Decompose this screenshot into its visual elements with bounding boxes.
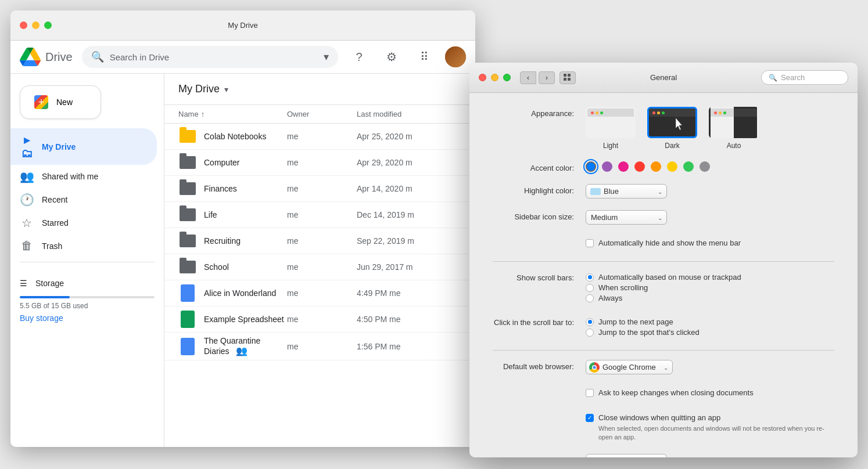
click-next-page-radio[interactable] [586, 318, 594, 326]
grid-view-button[interactable] [559, 71, 576, 84]
file-name: Recruiting [204, 236, 287, 246]
accent-blue[interactable] [586, 161, 596, 172]
sysprefs-titlebar: ‹ › General 🔍 Search [469, 63, 858, 93]
accent-color-row: Accent color: [493, 161, 834, 172]
recent-items-controls: 10 ⌄ Documents, Apps, and Servers [586, 454, 834, 457]
col-name-header[interactable]: Name ↑ [178, 110, 287, 118]
recent-items-select[interactable]: 10 [586, 454, 667, 457]
sidebar-item-starred[interactable]: ☆ Starred [10, 211, 157, 234]
ask-changes-controls: Ask to keep changes when closing documen… [586, 386, 834, 399]
highlight-color-select[interactable]: Blue [586, 184, 667, 199]
accent-orange[interactable] [651, 161, 661, 172]
table-row[interactable]: Finances me Apr 14, 2020 m [164, 176, 475, 202]
close-windows-controls: ✓ Close windows when quitting an app Whe… [586, 411, 834, 442]
table-row[interactable]: Recruiting me Sep 22, 2019 m [164, 228, 475, 254]
recent-items-suffix: Documents, Apps, and Servers [672, 457, 776, 457]
auto-hide-label: Automatically hide and show the menu bar [598, 239, 741, 247]
avatar-button[interactable] [445, 46, 466, 67]
file-name: Life [204, 210, 287, 219]
search-icon: 🔍 [91, 50, 104, 63]
appearance-label: Appearance: [493, 107, 586, 118]
scroll-scrolling-radio[interactable] [586, 284, 594, 292]
file-modified: Dec 14, 2019 m [357, 210, 461, 219]
close-windows-checkbox[interactable]: ✓ [586, 414, 594, 422]
scroll-bars-controls: Automatically based on mouse or trackpad… [586, 271, 834, 304]
ask-changes-row: Ask to keep changes when closing documen… [493, 386, 834, 399]
maximize-button[interactable] [44, 21, 52, 29]
new-button[interactable]: + New [20, 85, 101, 119]
sysprefs-search-bar[interactable]: 🔍 Search [761, 70, 848, 85]
scroll-always-row: Always [586, 294, 834, 302]
ask-changes-checkbox[interactable] [586, 389, 594, 397]
settings-button[interactable]: ⚙ [380, 45, 403, 68]
drive-title: My Drive [228, 21, 257, 30]
drive-header: Drive 🔍 Search in Drive ▾ ? ⚙ ⠿ [10, 41, 475, 74]
table-row[interactable]: Colab Notebooks me Apr 25, 2020 m [164, 124, 475, 150]
table-row[interactable]: School me Jun 29, 2017 m [164, 254, 475, 280]
file-modified: Sep 22, 2019 m [357, 236, 461, 246]
click-spot-radio[interactable] [586, 329, 594, 337]
accent-graphite[interactable] [700, 161, 710, 172]
scroll-always-radio[interactable] [586, 294, 594, 302]
apps-button[interactable]: ⠿ [413, 45, 436, 68]
file-modified: 4:49 PM me [357, 288, 461, 298]
close-button[interactable] [20, 21, 27, 29]
drive-search-bar[interactable]: 🔍 Search in Drive ▾ [82, 46, 338, 68]
table-row[interactable]: Example Spreadsheet me 4:50 PM me [164, 306, 475, 333]
click-spot-label: Jump to the spot that's clicked [598, 328, 700, 337]
sidebar-item-trash[interactable]: 🗑 Trash [10, 234, 157, 257]
sysprefs-nav-buttons: ‹ › [520, 71, 576, 84]
file-modified: Apr 25, 2020 m [357, 132, 461, 141]
highlight-color-dropdown-wrapper: Blue ⌄ [586, 184, 667, 199]
click-spot-row: Jump to the spot that's clicked [586, 328, 834, 337]
default-browser-select[interactable]: Google Chrome [586, 360, 673, 374]
table-row[interactable]: The Quarantine Diaries 👥 me 1:56 PM me [164, 333, 475, 360]
sysprefs-close-button[interactable] [479, 74, 486, 81]
sysprefs-min-button[interactable] [491, 74, 498, 81]
accent-red[interactable] [634, 161, 645, 172]
scroll-auto-row: Automatically based on mouse or trackpad [586, 273, 834, 282]
sidebar-item-recent[interactable]: 🕐 Recent [10, 188, 157, 211]
file-name: The Quarantine Diaries 👥 [204, 336, 287, 356]
table-row[interactable]: Computer me Apr 29, 2020 m [164, 150, 475, 176]
scroll-auto-radio[interactable] [586, 273, 594, 282]
drive-logo-icon [20, 46, 41, 67]
accent-pink[interactable] [618, 161, 629, 172]
auto-hide-label-empty [493, 236, 586, 239]
storage-icon: ☰ [20, 279, 27, 288]
storage-label-text: Storage [35, 279, 64, 288]
ask-changes-label: Ask to keep changes when closing documen… [598, 388, 754, 397]
accent-green[interactable] [683, 161, 694, 172]
accent-yellow[interactable] [667, 161, 677, 172]
auto-hide-checkbox[interactable] [586, 239, 594, 247]
docs-icon-quarantine [178, 337, 197, 356]
storage-bar [20, 296, 70, 298]
storage-label: ☰ Storage [20, 274, 155, 293]
drive-header-icons: ? ⚙ ⠿ [347, 45, 466, 68]
sidebar-icon-size-select[interactable]: Small Medium Large [586, 210, 667, 225]
back-button[interactable]: ‹ [520, 71, 536, 84]
buy-storage-button[interactable]: Buy storage [20, 313, 63, 323]
accent-color-label: Accent color: [493, 161, 586, 172]
sidebar-item-my-drive[interactable]: ▸ 🗂 My Drive [10, 128, 157, 165]
appearance-options: Light [586, 107, 834, 150]
forward-button[interactable]: › [539, 71, 555, 84]
auto-hide-checkbox-row: Automatically hide and show the menu bar [586, 239, 834, 247]
file-owner: me [287, 210, 357, 219]
appearance-option-dark[interactable]: Dark [647, 107, 697, 150]
minimize-button[interactable] [32, 21, 40, 29]
help-button[interactable]: ? [347, 45, 371, 68]
sidebar-label-recent: Recent [42, 195, 67, 204]
appearance-option-light[interactable]: Light [586, 107, 636, 150]
table-row[interactable]: Alice in Wonderland me 4:49 PM me [164, 280, 475, 306]
appearance-label-light: Light [603, 142, 618, 150]
chevron-down-icon[interactable]: ▾ [224, 85, 228, 94]
file-name: Example Spreadsheet [204, 315, 287, 324]
sysprefs-max-button[interactable] [503, 74, 511, 81]
appearance-thumb-dark [647, 107, 697, 138]
accent-purple[interactable] [602, 161, 612, 172]
recent-icon: 🕐 [20, 193, 34, 207]
sidebar-item-shared[interactable]: 👥 Shared with me [10, 165, 157, 188]
appearance-option-auto[interactable]: Auto [709, 107, 759, 150]
table-row[interactable]: Life me Dec 14, 2019 m [164, 202, 475, 228]
